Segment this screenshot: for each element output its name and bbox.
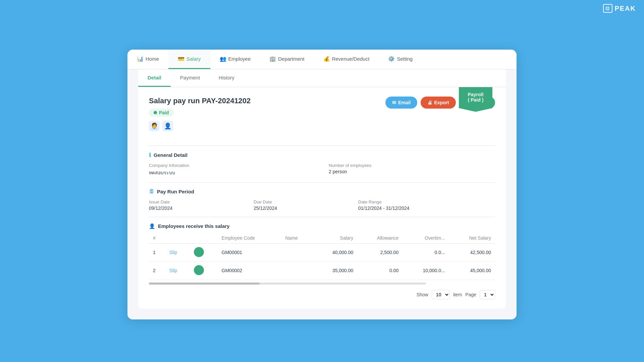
col-net-salary: Net Salary bbox=[449, 233, 495, 244]
revenue-icon: 💰 bbox=[323, 56, 330, 62]
date-range-value: 01/12/2024 - 31/12/2024 bbox=[358, 205, 495, 211]
payroll-banner-line2: ( Paid ) bbox=[466, 97, 485, 103]
row2-allowance: 0.00 bbox=[357, 261, 402, 280]
person-icon: 👤 bbox=[149, 223, 155, 229]
row2-overtime: 10,000.0... bbox=[402, 261, 449, 280]
row2-net-salary: 45,000.00 bbox=[449, 261, 495, 280]
company-value: ทดสอบระบบ bbox=[149, 169, 315, 176]
row1-overtime: 0.0... bbox=[402, 243, 449, 261]
period-title: 🗓 Pay Run Period bbox=[149, 189, 495, 195]
table-wrapper[interactable]: # Employee Code Name Salary bbox=[149, 233, 495, 287]
employees-table: # Employee Code Name Salary bbox=[149, 233, 495, 280]
tabs-bar: Detail Payment History bbox=[138, 69, 506, 87]
avatar-row: 🧑‍💼 👤 bbox=[149, 121, 251, 131]
paid-badge: Paid bbox=[149, 109, 174, 117]
row2-code: GM00002 bbox=[218, 261, 281, 280]
home-icon: 📊 bbox=[137, 56, 144, 62]
email-button[interactable]: ✉ Email bbox=[385, 97, 417, 109]
general-detail-title: ℹ General Detail bbox=[149, 152, 495, 158]
peak-logo-icon: ⊡ bbox=[603, 4, 612, 13]
divider-3 bbox=[149, 217, 495, 217]
row1-net-salary: 42,500.00 bbox=[449, 243, 495, 261]
table-row: 1 Slip GM00001 40,000.00 2,500 bbox=[149, 243, 495, 261]
salary-icon: 💳 bbox=[178, 56, 184, 62]
employee-icon: 👥 bbox=[220, 56, 226, 62]
department-icon: 🏢 bbox=[269, 56, 276, 62]
row2-salary: 35,000.00 bbox=[313, 261, 358, 280]
row1-num: 1 bbox=[149, 243, 165, 261]
tab-history[interactable]: History bbox=[209, 69, 244, 87]
nav-bar: 📊 Home 💳 Salary 👥 Employee 🏢 Department … bbox=[127, 50, 517, 69]
row1-avatar bbox=[190, 243, 218, 261]
date-range-label: Date Range bbox=[358, 199, 495, 204]
col-allowance: Allowance bbox=[357, 233, 402, 244]
due-date-label: Due Date bbox=[254, 199, 345, 204]
nav-revenue-label: Revenue/Deduct bbox=[332, 56, 370, 62]
table-row: 2 Slip GM00002 35,000.00 0.00 bbox=[149, 261, 495, 280]
period-grid: Issue Date 09/12/2024 Due Date 25/12/202… bbox=[149, 199, 495, 211]
nav-department[interactable]: 🏢 Department bbox=[260, 50, 314, 69]
general-detail-grid: Company Infomation ทดสอบระบบ Number of e… bbox=[149, 163, 495, 176]
page-label: Page bbox=[465, 292, 476, 297]
col-salary: Salary bbox=[313, 233, 358, 244]
col-employee-code: Employee Code bbox=[218, 233, 281, 244]
salary-title: Salary pay run PAY-20241202 bbox=[149, 97, 251, 105]
col-name: Name bbox=[281, 233, 313, 244]
employee-avatar-2 bbox=[194, 265, 204, 275]
nav-salary[interactable]: 💳 Salary bbox=[168, 50, 210, 69]
employees-count-block: Number of employees 2 person bbox=[329, 163, 495, 176]
row2-name bbox=[281, 261, 313, 280]
tab-payment[interactable]: Payment bbox=[171, 69, 209, 87]
nav-home-label: Home bbox=[146, 56, 159, 62]
col-num: # bbox=[149, 233, 165, 244]
row1-slip[interactable]: Slip bbox=[165, 243, 190, 261]
detail-header: Salary pay run PAY-20241202 Paid 🧑‍💼 👤 bbox=[149, 97, 495, 139]
export-icon: 🖨 bbox=[427, 100, 432, 105]
divider-1 bbox=[149, 145, 495, 146]
show-select[interactable]: 10 20 50 bbox=[432, 290, 450, 299]
nav-home[interactable]: 📊 Home bbox=[127, 50, 168, 69]
issue-date-label: Issue Date bbox=[149, 199, 240, 204]
nav-employee-label: Employee bbox=[228, 56, 251, 62]
col-avatar bbox=[190, 233, 218, 244]
calendar-icon: 🗓 bbox=[149, 189, 154, 195]
nav-setting[interactable]: ⚙️ Setting bbox=[379, 50, 422, 69]
row1-salary: 40,000.00 bbox=[313, 243, 358, 261]
company-label: Company Infomation bbox=[149, 163, 315, 168]
export-button[interactable]: 🖨 Export bbox=[421, 97, 455, 109]
scroll-thumb[interactable] bbox=[149, 283, 260, 285]
payroll-banner-line1: Payroll bbox=[466, 92, 485, 97]
employees-section: 👤 Employees receive this salary # Employ… bbox=[149, 223, 495, 299]
setting-icon: ⚙️ bbox=[388, 56, 395, 62]
top-bar: ⊡ PEAK bbox=[595, 0, 644, 17]
nav-salary-label: Salary bbox=[186, 56, 201, 62]
pagination-bar: Show 10 20 50 item Page 1 2 bbox=[149, 290, 495, 299]
issue-date-value: 09/12/2024 bbox=[149, 205, 240, 211]
peak-logo: ⊡ PEAK bbox=[603, 4, 636, 13]
row2-slip[interactable]: Slip bbox=[165, 261, 190, 280]
payroll-banner: Payroll ( Paid ) bbox=[459, 87, 492, 112]
employee-avatar-1 bbox=[194, 247, 204, 257]
avatar-icon-2: 👤 bbox=[162, 121, 173, 131]
employees-label: Number of employees bbox=[329, 163, 495, 168]
item-label: item bbox=[453, 292, 462, 297]
email-icon: ✉ bbox=[392, 100, 396, 105]
paid-dot bbox=[154, 111, 157, 114]
due-date-value: 25/12/2024 bbox=[254, 205, 345, 211]
nav-department-label: Department bbox=[278, 56, 304, 62]
issue-date-block: Issue Date 09/12/2024 bbox=[149, 199, 240, 211]
row2-num: 2 bbox=[149, 261, 165, 280]
title-section: Salary pay run PAY-20241202 Paid 🧑‍💼 👤 bbox=[149, 97, 251, 139]
pay-run-period-section: 🗓 Pay Run Period Issue Date 09/12/2024 D… bbox=[149, 189, 495, 211]
detail-panel: Payroll ( Paid ) Salary pay run PAY-2024… bbox=[138, 87, 506, 309]
company-info-block: Company Infomation ทดสอบระบบ bbox=[149, 163, 315, 176]
scroll-track[interactable] bbox=[149, 283, 426, 285]
date-range-block: Date Range 01/12/2024 - 31/12/2024 bbox=[358, 199, 495, 211]
nav-revenue-deduct[interactable]: 💰 Revenue/Deduct bbox=[314, 50, 379, 69]
show-label: Show bbox=[417, 292, 428, 297]
nav-employee[interactable]: 👥 Employee bbox=[210, 50, 260, 69]
employees-table-title: 👤 Employees receive this salary bbox=[149, 223, 495, 229]
due-date-block: Due Date 25/12/2024 bbox=[254, 199, 345, 211]
page-select[interactable]: 1 2 bbox=[480, 290, 495, 299]
tab-detail[interactable]: Detail bbox=[138, 69, 171, 87]
